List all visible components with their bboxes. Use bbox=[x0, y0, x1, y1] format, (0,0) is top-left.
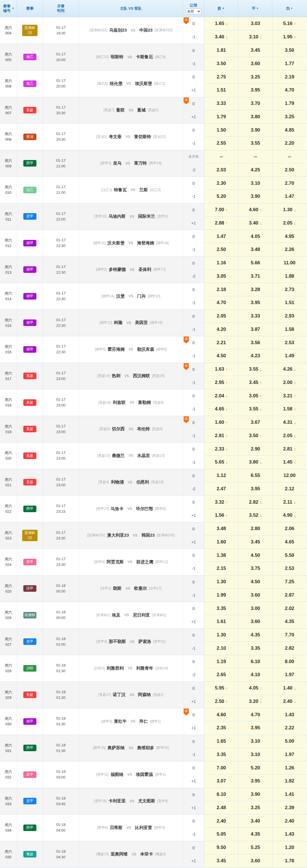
win-odds-value: 1.61 bbox=[217, 619, 226, 624]
match-row[interactable]: 周六 017 英超 01-17 23:00 [英超14] 热刺 VS 西汉姆联 … bbox=[0, 363, 307, 390]
lose-odds-cell: 1.43 bbox=[272, 708, 306, 721]
match-row[interactable]: 周六 021 英超 01-17 23:00 [英超4] 利物浦 VS 伯恩利 [… bbox=[0, 469, 307, 496]
match-row[interactable]: 周六 029 英超 01-18 01:30 [英超17] 诺丁汉 VS 阿森纳 … bbox=[0, 682, 307, 708]
match-row[interactable]: 周六 020 英超 01-17 23:00 [英超10] 桑德兰 VS 水晶宫 … bbox=[0, 442, 307, 469]
match-row[interactable]: 周六 008 英冠 01-17 20:30 [英冠1] 考文垂 VS 莱切斯特 … bbox=[0, 123, 307, 150]
col-header-draw[interactable]: 平 ▼ bbox=[238, 0, 272, 17]
odds-line: 单 0 1.65 ↓ 3.03 5.16 ↑ bbox=[183, 17, 307, 30]
match-no-label: 004 bbox=[5, 30, 12, 36]
match-row[interactable]: 周六 019 英超 01-17 23:00 [英超8] 切尔西 VS 布伦特 [… bbox=[0, 416, 307, 442]
win-odds-value: 1.38 bbox=[217, 553, 226, 558]
handicap-value: 0 bbox=[192, 421, 195, 425]
odds-down-arrow-icon: ↓ bbox=[260, 221, 262, 225]
draw-odds-value: 5.66 bbox=[251, 260, 260, 266]
league-cell: 英超 bbox=[17, 390, 43, 416]
handicap-value: +1 bbox=[191, 619, 196, 624]
sort-icon[interactable]: ▼ bbox=[256, 7, 259, 10]
handicap-value: +1 bbox=[191, 779, 196, 783]
match-row[interactable]: 周六 034 西甲 01-18 04:00 [西甲6] 贝蒂斯 VS 比利亚雷 … bbox=[0, 814, 307, 841]
win-odds-cell: 5.20 bbox=[204, 190, 238, 203]
match-row[interactable]: 周六 030 德甲 01-18 01:30 [德甲3] 莱红牛 VS 拜仁 [德… bbox=[0, 708, 307, 735]
odds-down-arrow-icon: ↓ bbox=[260, 35, 262, 39]
lose-odds-value: 1.43 bbox=[285, 831, 294, 837]
home-rank-code: [英超4] bbox=[98, 480, 109, 485]
draw-odds-cell: 3.20 ↓ bbox=[238, 695, 272, 708]
match-day-label: 周六 bbox=[5, 397, 12, 402]
draw-odds-value: 3.55 bbox=[249, 366, 258, 372]
start-time-cell: 01-17 23:00 bbox=[43, 442, 79, 469]
match-row[interactable]: 周六 033 意甲 01-18 03:45 [意甲16] 卡利亚里 VS 尤文图… bbox=[0, 788, 307, 814]
match-row[interactable]: 周六 022 西甲 01-17 23:15 [西甲17] 马洛卡 VS 毕尔巴鄂… bbox=[0, 495, 307, 522]
col-header-win[interactable]: 胜 ▼ bbox=[204, 0, 238, 17]
match-no-label: 007 bbox=[5, 110, 12, 116]
match-row[interactable]: 周六 023 亚洲杯23 01-17 23:30 [亚洲杯231] 澳大利亚23… bbox=[0, 522, 307, 549]
lose-odds-cell: 4.35 bbox=[272, 615, 306, 628]
match-row[interactable]: 周六 026 非洲杯 01-18 00:00 [非洲杯1] 埃及 VS 尼日利亚… bbox=[0, 602, 307, 628]
handicap-cell: +1 bbox=[183, 774, 204, 787]
handicap-filter-select[interactable]: 全部 bbox=[186, 8, 201, 14]
match-row[interactable]: 周六 016 德甲 01-17 22:30 [德甲5] 霍芬海姆 VS 勒沃库森… bbox=[0, 336, 307, 363]
draw-odds-cell: 3.90 bbox=[238, 190, 272, 203]
match-row[interactable]: 周六 006 德乙 01-17 20:00 [德乙8] 纽伦堡 VS 埃沃斯堡 … bbox=[0, 70, 307, 97]
lose-odds-value: 1.45 bbox=[283, 459, 293, 465]
league-badge: 法甲 bbox=[23, 585, 36, 592]
lose-odds-cell: 3.21 ↑ bbox=[272, 390, 306, 402]
match-no-label: 006 bbox=[5, 84, 12, 89]
match-row[interactable]: 周六 024 荷甲 01-17 23:30 [荷甲3] 阿贾克斯 VS 前进之鹰… bbox=[0, 549, 307, 575]
match-row[interactable]: 周六 035 葡超 01-18 04:30 [葡超10] 里奥阿维 VS 本菲卡… bbox=[0, 841, 307, 868]
match-day-label: 周六 bbox=[5, 849, 12, 855]
teams-cell: [荷甲3] 阿贾克斯 VS 前进之鹰 [荷甲12] bbox=[79, 549, 183, 575]
away-rank-code: [英冠12] bbox=[153, 134, 166, 139]
col-header-lose[interactable]: 负 ▼ bbox=[272, 0, 306, 17]
handicap-value: -1 bbox=[192, 460, 195, 464]
handicap-cell: -1 bbox=[183, 562, 204, 575]
col-header-league: 赛事 bbox=[17, 0, 43, 17]
vs-label: VS bbox=[128, 347, 133, 351]
lose-odds-cell: 1.95 ↑ bbox=[272, 30, 306, 44]
match-row[interactable]: 周六 010 法乙 01-17 21:00 [法乙1] 特鲁瓦 VS 兰斯 [法… bbox=[0, 177, 307, 203]
lose-odds-value: 1.58 bbox=[283, 406, 293, 412]
lose-odds-value: 2.11 bbox=[283, 499, 292, 505]
match-row[interactable]: 周六 009 西甲 01-17 21:00 [西甲2] 皇马 VS 莱万特 [西… bbox=[0, 150, 307, 177]
lose-odds-cell: 2.02 bbox=[272, 602, 306, 615]
match-row[interactable]: 周六 012 德甲 01-17 22:30 [德甲11] 沃夫斯堡 VS 海登海… bbox=[0, 230, 307, 256]
odds-line: +1 3.45 3.60 1.78 bbox=[183, 855, 307, 867]
match-row[interactable]: 周六 018 英超 01-17 23:00 [英超16] 利兹联 VS 富勒姆 … bbox=[0, 389, 307, 416]
league-cell: 意甲 bbox=[17, 629, 43, 655]
match-row[interactable]: 周六 015 德甲 01-17 22:30 [德甲12] 科隆 VS 美因茨 [… bbox=[0, 310, 307, 336]
teams-cell: [英超10] 桑德兰 VS 水晶宫 [英超13] bbox=[79, 442, 183, 469]
win-odds-cell: 3.40 ↓ bbox=[204, 30, 238, 44]
match-row[interactable]: 周六 025 法甲 01-18 00:00 [法甲1] 朗斯 VS 欧塞尔 [法… bbox=[0, 575, 307, 602]
draw-odds-value: 2.82 bbox=[249, 499, 258, 505]
odds-up-arrow-icon: ↑ bbox=[226, 221, 228, 225]
match-row[interactable]: 周六 028 沙职 01-18 01:30 [沙职2] 利雅胜利 VS 利雅青年… bbox=[0, 655, 307, 682]
home-rank-code: [德甲2] bbox=[96, 267, 106, 272]
match-number: 周六 027 bbox=[0, 629, 17, 655]
sort-icon[interactable]: ▼ bbox=[12, 7, 14, 10]
match-row[interactable]: 周六 031 西甲 01-18 01:30 [西甲15] 奥萨苏纳 VS 奥维耶… bbox=[0, 735, 307, 762]
match-day-label: 周六 bbox=[5, 557, 12, 562]
odds-down-arrow-icon: ↓ bbox=[260, 699, 262, 704]
match-row[interactable]: 周六 004 亚洲杯23 01-17 19:30 [亚洲杯231] 乌兹别23 … bbox=[0, 17, 307, 44]
win-odds-cell: 7.00 bbox=[204, 762, 238, 774]
lose-odds-value: 2.53 bbox=[285, 566, 294, 571]
handicap-cell: 0 bbox=[183, 841, 204, 855]
sort-icon[interactable]: ▼ bbox=[222, 7, 224, 10]
odds-lines: 0 1.30 4.50 7.25 -1 1.99 3.60 2.87 bbox=[183, 576, 307, 602]
col-header-match-no[interactable]: 赛事编号 ▼ bbox=[0, 0, 17, 17]
match-row[interactable]: 周六 027 意甲 01-18 01:00 [意甲3] 那不勒斯 VS 萨索洛 … bbox=[0, 628, 307, 655]
handicap-cell: 未开售 bbox=[183, 150, 204, 163]
match-row[interactable]: 周六 032 荷甲 01-18 03:00 [荷甲11] 福图纳 VS 埃因霍温… bbox=[0, 761, 307, 788]
odds-line: 0 1.30 4.35 7.70 bbox=[183, 629, 307, 642]
handicap-value: 0 bbox=[192, 48, 195, 53]
match-row[interactable]: 周六 013 德甲 01-17 22:30 [德甲2] 多特蒙德 VS 圣保利 … bbox=[0, 256, 307, 283]
draw-odds-cell: 3.95 bbox=[238, 296, 272, 309]
match-number: 周六 008 bbox=[0, 124, 17, 150]
match-row[interactable]: 周六 014 德甲 01-17 22:30 [德甲14] 汉堡 VS 门兴 [德… bbox=[0, 283, 307, 310]
match-row[interactable]: 周六 011 意甲 01-17 22:00 [意甲10] 乌迪内斯 VS 国际米… bbox=[0, 203, 307, 230]
lose-odds-cell: 1.51 bbox=[272, 296, 306, 309]
match-row[interactable]: 周六 005 德乙 01-17 20:00 [德乙12] 明斯特 VS 卡斯鲁厄… bbox=[0, 44, 307, 70]
sort-icon[interactable]: ▼ bbox=[290, 7, 293, 10]
away-team-name: 毕尔巴鄂 bbox=[136, 506, 153, 512]
match-row[interactable]: 周六 007 英超 01-17 20:30 [英超7] 曼联 VS 曼城 [英超… bbox=[0, 97, 307, 124]
